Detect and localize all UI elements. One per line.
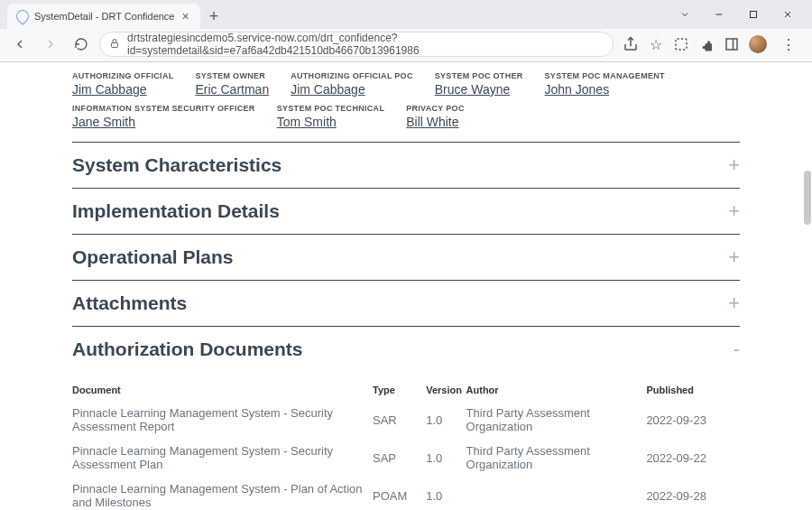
address-row: drtstrategiesincdemo5.service-now.com/dr… bbox=[0, 29, 812, 61]
section-title: System Characteristics bbox=[72, 154, 281, 176]
plus-icon: + bbox=[728, 153, 740, 177]
svg-rect-1 bbox=[751, 12, 757, 18]
auth-docs-content: Document Type Version Author Published P… bbox=[72, 372, 740, 510]
contacts-row-1: AUTHORIZING OFFICIAL Jim Cabbage SYSTEM … bbox=[72, 71, 740, 143]
browser-chrome: SystemDetail - DRT Confidence × + bbox=[0, 0, 812, 62]
table-row[interactable]: Pinnacle Learning Management System - Se… bbox=[72, 401, 740, 439]
reload-button[interactable] bbox=[69, 32, 94, 57]
contact-link[interactable]: Jim Cabbage bbox=[72, 82, 174, 97]
doc-author bbox=[466, 477, 647, 510]
col-published: Published bbox=[646, 381, 740, 401]
contact-label: INFORMATION SYSTEM SECURITY OFFICER bbox=[72, 104, 255, 113]
doc-author: Third Party Assessment Organization bbox=[466, 439, 647, 477]
doc-published: 2022-09-22 bbox=[646, 439, 740, 477]
contact-isso: INFORMATION SYSTEM SECURITY OFFICER Jane… bbox=[72, 104, 255, 129]
svg-rect-7 bbox=[726, 39, 737, 50]
section-system-characteristics[interactable]: System Characteristics + bbox=[72, 143, 740, 189]
section-title: Implementation Details bbox=[72, 200, 280, 222]
address-bar[interactable]: drtstrategiesincdemo5.service-now.com/dr… bbox=[99, 32, 614, 57]
tab-strip: SystemDetail - DRT Confidence × + bbox=[0, 0, 812, 29]
section-authorization-documents[interactable]: Authorization Documents - bbox=[72, 327, 740, 372]
table-header: Document Type Version Author Published bbox=[72, 381, 740, 401]
star-icon[interactable]: ☆ bbox=[648, 36, 664, 52]
contact-label: SYSTEM POC MANAGEMENT bbox=[545, 71, 665, 80]
contact-link[interactable]: Bill White bbox=[406, 115, 464, 129]
screenshot-icon[interactable] bbox=[673, 36, 689, 52]
extension-icons: ☆ ⋮ bbox=[619, 35, 805, 53]
contact-label: AUTHORIZING OFFICIAL bbox=[72, 71, 174, 80]
minus-icon: - bbox=[734, 338, 740, 361]
documents-table: Document Type Version Author Published P… bbox=[72, 381, 740, 510]
contact-system-owner: SYSTEM OWNER Eric Cartman bbox=[196, 71, 270, 97]
share-icon[interactable] bbox=[623, 36, 639, 52]
svg-rect-4 bbox=[112, 42, 118, 47]
section-title: Attachments bbox=[72, 292, 187, 314]
section-attachments[interactable]: Attachments + bbox=[72, 281, 740, 327]
contact-label: AUTHORIZING OFFICIAL POC bbox=[291, 71, 413, 80]
contact-label: PRIVACY POC bbox=[406, 104, 464, 113]
lock-icon bbox=[109, 38, 120, 51]
plus-icon: + bbox=[728, 199, 740, 223]
close-button[interactable] bbox=[770, 4, 805, 25]
doc-author: Third Party Assessment Organization bbox=[466, 401, 647, 439]
contact-link[interactable]: Jane Smith bbox=[72, 115, 255, 129]
kebab-menu-icon[interactable]: ⋮ bbox=[776, 36, 801, 53]
doc-version: 1.0 bbox=[426, 401, 466, 439]
section-title: Operational Plans bbox=[72, 246, 234, 268]
contact-authorizing-official-poc: AUTHORIZING OFFICIAL POC Jim Cabbage bbox=[291, 71, 413, 97]
svg-rect-6 bbox=[676, 39, 687, 50]
browser-tab[interactable]: SystemDetail - DRT Confidence × bbox=[7, 4, 200, 29]
panel-icon[interactable] bbox=[724, 36, 740, 52]
doc-type: POAM bbox=[373, 477, 426, 510]
doc-version: 1.0 bbox=[426, 439, 466, 477]
vertical-scrollbar[interactable] bbox=[803, 62, 812, 475]
contact-authorizing-official: AUTHORIZING OFFICIAL Jim Cabbage bbox=[72, 71, 174, 97]
contact-label: SYSTEM POC OTHER bbox=[435, 71, 523, 80]
puzzle-icon[interactable] bbox=[698, 36, 715, 52]
col-document: Document bbox=[72, 381, 373, 401]
chevron-down-icon[interactable] bbox=[668, 4, 702, 25]
contact-privacy-poc: PRIVACY POC Bill White bbox=[406, 104, 464, 129]
window-controls bbox=[668, 4, 805, 25]
back-button[interactable] bbox=[7, 32, 32, 57]
scrollbar-thumb[interactable] bbox=[804, 171, 811, 225]
contact-link[interactable]: Tom Smith bbox=[277, 115, 385, 129]
avatar[interactable] bbox=[749, 35, 767, 53]
section-operational-plans[interactable]: Operational Plans + bbox=[72, 235, 740, 281]
minimize-button[interactable] bbox=[702, 4, 736, 25]
col-version: Version bbox=[426, 381, 466, 401]
doc-name: Pinnacle Learning Management System - Se… bbox=[72, 401, 373, 439]
contact-link[interactable]: Eric Cartman bbox=[196, 82, 270, 97]
contact-link[interactable]: John Jones bbox=[545, 82, 665, 97]
col-author: Author bbox=[466, 381, 647, 401]
new-tab-button[interactable]: + bbox=[200, 5, 228, 28]
doc-name: Pinnacle Learning Management System - Se… bbox=[72, 439, 373, 477]
doc-published: 2022-09-23 bbox=[646, 401, 740, 439]
contact-system-poc-management: SYSTEM POC MANAGEMENT John Jones bbox=[545, 71, 665, 97]
col-type: Type bbox=[373, 381, 426, 401]
shield-icon bbox=[14, 7, 32, 25]
doc-published: 2022-09-28 bbox=[646, 477, 740, 510]
doc-type: SAR bbox=[373, 401, 426, 439]
contact-label: SYSTEM POC TECHNICAL bbox=[277, 104, 385, 113]
plus-icon: + bbox=[728, 292, 740, 315]
section-implementation-details[interactable]: Implementation Details + bbox=[72, 189, 740, 235]
table-row[interactable]: Pinnacle Learning Management System - Se… bbox=[72, 439, 740, 477]
contact-label: SYSTEM OWNER bbox=[196, 71, 270, 80]
close-icon[interactable]: × bbox=[180, 9, 191, 23]
doc-version: 1.0 bbox=[426, 477, 466, 510]
doc-type: SAP bbox=[373, 439, 426, 477]
maximize-button[interactable] bbox=[736, 4, 770, 25]
forward-button[interactable] bbox=[38, 32, 63, 57]
table-row[interactable]: Pinnacle Learning Management System - Pl… bbox=[72, 477, 740, 510]
contact-system-poc-technical: SYSTEM POC TECHNICAL Tom Smith bbox=[277, 104, 385, 129]
tab-title: SystemDetail - DRT Confidence bbox=[34, 11, 175, 22]
contact-link[interactable]: Bruce Wayne bbox=[435, 82, 523, 97]
section-title: Authorization Documents bbox=[72, 338, 303, 360]
contact-link[interactable]: Jim Cabbage bbox=[291, 82, 413, 97]
contact-system-poc-other: SYSTEM POC OTHER Bruce Wayne bbox=[435, 71, 523, 97]
doc-name: Pinnacle Learning Management System - Pl… bbox=[72, 477, 373, 510]
plus-icon: + bbox=[728, 246, 740, 269]
url-text: drtstrategiesincdemo5.service-now.com/dr… bbox=[127, 32, 604, 57]
page-content: AUTHORIZING OFFICIAL Jim Cabbage SYSTEM … bbox=[0, 62, 812, 510]
